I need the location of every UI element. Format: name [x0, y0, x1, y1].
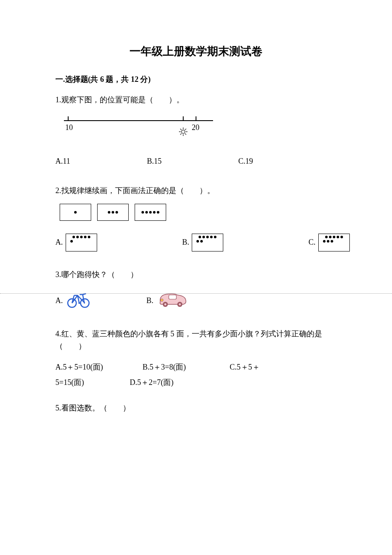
- svg-line-10: [185, 133, 186, 135]
- q5-text: 5.看图选数。（ ）: [55, 402, 337, 414]
- tick-label-20: 20: [192, 123, 199, 132]
- car-icon: [156, 289, 189, 312]
- q1-option-c[interactable]: C.19: [238, 155, 253, 168]
- q1-options: A.11 B.15 C.19: [55, 155, 337, 168]
- q3-text: 3.哪个跑得快？（ ）: [55, 269, 337, 281]
- svg-point-4: [182, 130, 185, 133]
- option-c-box: [318, 234, 350, 251]
- q2-option-c[interactable]: C.: [308, 234, 350, 251]
- question-3: 3.哪个跑得快？（ ） A. B.: [55, 269, 337, 313]
- svg-rect-16: [169, 295, 176, 299]
- q1-number-line: 10 20: [60, 113, 337, 142]
- q2-options: A. B. C.: [55, 234, 337, 251]
- tick-label-10: 10: [65, 123, 73, 132]
- q2-text: 2.找规律继续画，下面画法正确的是（ ）。: [55, 185, 337, 197]
- q4-option-c-suffix[interactable]: 5=15(面): [55, 375, 128, 390]
- q3-option-b[interactable]: B.: [147, 289, 190, 312]
- q2-pattern-sequence: [60, 204, 337, 221]
- svg-point-21: [161, 299, 163, 301]
- option-a-box: [66, 234, 97, 251]
- q1-option-b[interactable]: B.15: [147, 155, 162, 168]
- q4-options: A.5＋5=10(面) B.5＋3=8(面) C.5＋5＋ 5=15(面) D.…: [55, 359, 337, 390]
- q4-option-a[interactable]: A.5＋5=10(面): [55, 359, 141, 375]
- section-header: 一.选择题(共 6 题，共 12 分): [55, 73, 337, 86]
- sun-marker-icon: [179, 127, 187, 136]
- q2-option-a[interactable]: A.: [55, 234, 97, 251]
- svg-line-9: [180, 129, 182, 130]
- q1-option-a[interactable]: A.11: [55, 155, 70, 168]
- q4-option-d[interactable]: D.5＋2=7(面): [130, 375, 174, 390]
- q4-text: 4.红、黄、蓝三种颜色的小旗各有 5 面，一共有多少面小旗？列式计算正确的是（ …: [55, 328, 337, 353]
- pattern-box-3: [97, 204, 129, 221]
- svg-line-11: [180, 133, 182, 135]
- question-4: 4.红、黄、蓝三种颜色的小旗各有 5 面，一共有多少面小旗？列式计算正确的是（ …: [55, 328, 337, 390]
- question-2: 2.找规律继续画，下面画法正确的是（ ）。 A. B. C.: [55, 185, 337, 251]
- page-title: 一年级上册数学期末测试卷: [55, 43, 337, 61]
- option-b-box: [192, 234, 223, 251]
- q1-text: 1.观察下图，的位置可能是（ ）。: [55, 94, 337, 106]
- question-5: 5.看图选数。（ ）: [55, 402, 337, 414]
- page-divider: [0, 293, 392, 294]
- q4-option-c-prefix[interactable]: C.5＋5＋: [230, 359, 260, 375]
- pattern-box-1: [60, 204, 91, 221]
- q3-options: A. B.: [55, 289, 337, 312]
- svg-point-15: [78, 302, 80, 304]
- q4-option-b[interactable]: B.5＋3=8(面): [143, 359, 228, 375]
- pattern-box-5: [135, 204, 166, 221]
- q2-option-b[interactable]: B.: [182, 234, 224, 251]
- svg-point-18: [164, 304, 167, 306]
- svg-line-12: [185, 129, 186, 130]
- svg-point-20: [179, 304, 181, 306]
- question-1: 1.观察下图，的位置可能是（ ）。 10 20: [55, 94, 337, 167]
